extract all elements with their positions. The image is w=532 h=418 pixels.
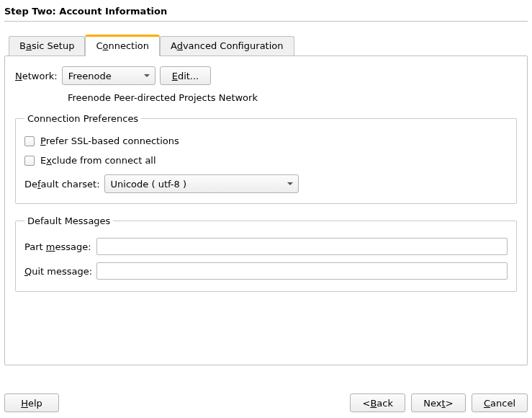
connection-preferences-group: Connection Preferences Prefer SSL-based … bbox=[15, 113, 517, 204]
connection-preferences-legend: Connection Preferences bbox=[24, 113, 141, 124]
exclude-connect-all-row: Exclude from connect all bbox=[24, 155, 508, 166]
tabs-container: Basic Setup Connection Advanced Configur… bbox=[4, 35, 528, 365]
exclude-connect-all-label[interactable]: Exclude from connect all bbox=[40, 155, 156, 166]
text: elp bbox=[28, 398, 42, 409]
text: uit message: bbox=[32, 266, 92, 277]
default-messages-group: Default Messages Part message: Quit mess… bbox=[15, 215, 517, 292]
text: Nex bbox=[423, 398, 441, 409]
footer-buttons: Help < Back Next > Cancel bbox=[4, 386, 528, 414]
text: a bbox=[26, 40, 32, 51]
network-select-value: Freenode bbox=[68, 71, 112, 81]
text: Part bbox=[24, 241, 46, 252]
chevron-down-icon bbox=[287, 180, 294, 187]
text: ack bbox=[377, 398, 393, 409]
text: ault charset: bbox=[41, 179, 100, 190]
help-button[interactable]: Help bbox=[4, 393, 59, 412]
text: refer SSL-based connections bbox=[46, 135, 179, 146]
text: C bbox=[484, 398, 490, 409]
chevron-down-icon bbox=[143, 72, 150, 79]
spacer bbox=[4, 365, 528, 386]
network-description: Freenode Peer-directed Projects Network bbox=[68, 92, 517, 103]
text: B bbox=[19, 40, 26, 51]
divider bbox=[4, 21, 528, 22]
text: x bbox=[46, 155, 51, 166]
next-button[interactable]: Next > bbox=[411, 393, 466, 412]
text: A bbox=[171, 40, 177, 51]
text: E bbox=[40, 155, 46, 166]
text: B bbox=[370, 398, 377, 409]
part-message-label: Part message: bbox=[24, 241, 92, 252]
text: dit... bbox=[178, 71, 199, 81]
page-title: Step Two: Account Information bbox=[4, 4, 528, 21]
text: E bbox=[172, 71, 178, 81]
prefer-ssl-label[interactable]: Prefer SSL-based connections bbox=[40, 135, 179, 146]
text: clude from connect all bbox=[52, 155, 156, 166]
default-charset-value: Unicode ( utf-8 ) bbox=[111, 179, 186, 190]
text: P bbox=[40, 135, 46, 146]
quit-message-row: Quit message: bbox=[24, 262, 508, 280]
tab-connection[interactable]: Connection bbox=[85, 35, 160, 56]
text: m bbox=[46, 241, 55, 252]
default-charset-select[interactable]: Unicode ( utf-8 ) bbox=[104, 174, 299, 193]
default-charset-label: Default charset: bbox=[24, 179, 100, 190]
text: Q bbox=[24, 266, 32, 277]
tab-advanced-configuration[interactable]: Advanced Configuration bbox=[160, 36, 294, 55]
network-select[interactable]: Freenode bbox=[62, 66, 155, 85]
edit-network-button[interactable]: Edit... bbox=[160, 66, 212, 85]
tab-panel-connection: Network: Freenode Edit... Freenode Peer-… bbox=[4, 55, 528, 365]
text: nnection bbox=[108, 40, 149, 51]
text: N bbox=[15, 71, 22, 81]
text: vanced Configuration bbox=[183, 40, 284, 51]
text: H bbox=[21, 398, 28, 409]
cancel-button[interactable]: Cancel bbox=[472, 393, 528, 412]
part-message-input[interactable] bbox=[96, 238, 508, 255]
default-charset-row: Default charset: Unicode ( utf-8 ) bbox=[24, 174, 508, 193]
prefer-ssl-row: Prefer SSL-based connections bbox=[24, 135, 508, 146]
quit-message-label: Quit message: bbox=[24, 266, 92, 277]
network-row: Network: Freenode Edit... bbox=[15, 66, 517, 85]
network-label: Network: bbox=[15, 71, 58, 81]
text: < bbox=[362, 398, 370, 409]
tab-strip: Basic Setup Connection Advanced Configur… bbox=[4, 35, 528, 55]
prefer-ssl-checkbox[interactable] bbox=[24, 136, 35, 146]
quit-message-input[interactable] bbox=[96, 262, 508, 280]
default-messages-legend: Default Messages bbox=[24, 215, 113, 226]
text: etwork: bbox=[22, 71, 58, 81]
tab-basic-setup[interactable]: Basic Setup bbox=[9, 36, 85, 55]
back-button[interactable]: < Back bbox=[350, 393, 405, 412]
part-message-row: Part message: bbox=[24, 238, 508, 255]
text: d bbox=[177, 40, 183, 51]
text: > bbox=[446, 398, 454, 409]
text: ancel bbox=[490, 398, 515, 409]
text: De bbox=[24, 179, 37, 190]
exclude-connect-all-checkbox[interactable] bbox=[24, 156, 35, 166]
text: sic Setup bbox=[32, 40, 75, 51]
text: essage: bbox=[55, 241, 91, 252]
